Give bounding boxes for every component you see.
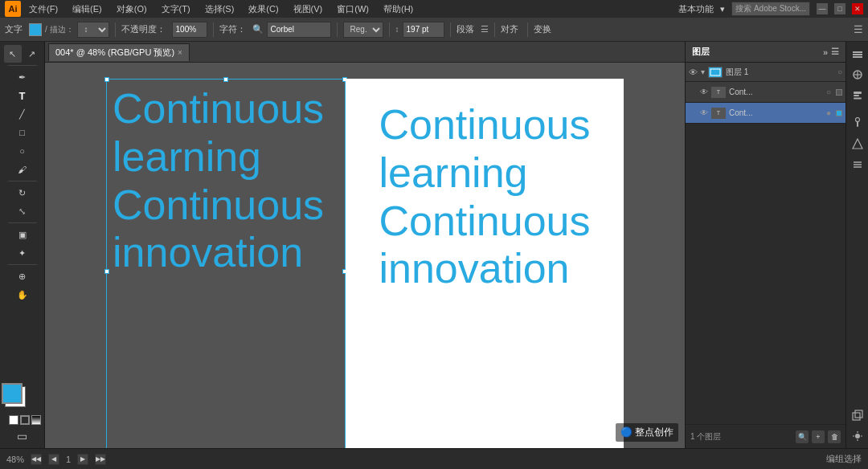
layer1-visibility-icon[interactable]: 👁 (689, 67, 698, 77)
layer2-visibility-icon[interactable]: 👁 (700, 88, 708, 96)
separator7 (527, 22, 528, 37)
panel-toggle-icon[interactable]: ☰ (854, 23, 863, 35)
hand-tool[interactable]: ✋ (4, 286, 41, 304)
font-name-input[interactable] (267, 22, 331, 38)
layer3-name: Cont... (729, 108, 823, 117)
text-tool[interactable]: T (4, 87, 41, 104)
panel-menu-icon[interactable]: ☰ (831, 47, 839, 57)
next-button[interactable]: ▶ (77, 454, 88, 465)
dropdown-arrow-icon[interactable]: ▾ (720, 4, 725, 14)
brush-tool[interactable]: 🖌 (4, 161, 41, 178)
svg-rect-2 (853, 54, 862, 55)
default-colors-icon[interactable] (20, 415, 30, 425)
delete-layer-icon[interactable]: 🗑 (828, 430, 841, 443)
rect-tool[interactable]: □ (4, 124, 41, 141)
menu-file[interactable]: 文件(F) (26, 2, 61, 17)
align-mini-icon[interactable] (849, 156, 866, 173)
right-text-content: Continuous learning Continuous innovatio… (362, 95, 606, 300)
ellipse-tool[interactable]: ○ (4, 142, 41, 160)
none-color-icon[interactable] (31, 415, 41, 425)
direct-select-tool[interactable]: ↗ (23, 45, 41, 63)
document-tab[interactable]: 004* @ 48% (RGB/GPU 预览) × (48, 43, 190, 61)
brightness-mini-icon[interactable] (849, 427, 866, 445)
tab-close-button[interactable]: × (178, 48, 182, 57)
new-layer-icon[interactable]: + (812, 430, 825, 443)
layer2-row[interactable]: 👁 T Cont... ○ (686, 82, 845, 103)
panel-empty-area (686, 124, 845, 424)
options-toolbar: 文字 / 描边： ↕ 不透明度： 字符： 🔍 Reg... ↕ 段落 ☰ 对齐 … (0, 18, 868, 42)
select-tool[interactable]: ↖ (4, 45, 22, 63)
menu-view[interactable]: 视图(V) (290, 2, 326, 17)
layer1-thumb (708, 67, 723, 78)
panel-header: 图层 » ☰ (686, 42, 845, 63)
layer1-header-row[interactable]: 👁 ▾ 图层 1 ○ (686, 63, 845, 82)
right-mini-panel (845, 42, 868, 448)
menu-effect[interactable]: 效果(C) (245, 2, 281, 17)
layer3-options[interactable]: ● (826, 108, 831, 117)
font-style-dropdown[interactable]: Reg... (343, 22, 383, 38)
symbol-mini-icon[interactable] (849, 135, 866, 153)
scale-tool[interactable]: ⤡ (4, 202, 41, 220)
menu-help[interactable]: 帮助(H) (380, 2, 416, 17)
color-swatch[interactable] (29, 23, 42, 36)
layer1-expand-icon[interactable]: ▾ (701, 67, 705, 76)
svg-rect-1 (853, 51, 862, 53)
text-frame-left[interactable]: Continuous learning Continuous innovatio… (106, 79, 346, 448)
paragraph-label: 段落 (457, 23, 474, 35)
menu-object[interactable]: 对象(O) (113, 2, 150, 17)
change-screen-mode[interactable]: ▭ (4, 427, 41, 445)
svg-rect-17 (855, 410, 862, 418)
pen-tool[interactable]: ✒ (4, 68, 41, 86)
stroke-dropdown[interactable]: ↕ (77, 22, 109, 38)
tool-separator (8, 65, 37, 66)
menu-text[interactable]: 文字(T) (158, 2, 194, 17)
prev-button[interactable]: ◀ (48, 454, 59, 465)
layer1-name: 图层 1 (726, 67, 834, 78)
pathfinder-mini-icon[interactable] (849, 406, 866, 424)
separator5 (450, 22, 451, 37)
close-button[interactable]: ✕ (852, 3, 863, 14)
layers-mini-icon[interactable] (849, 45, 866, 63)
layers-count-label: 1 个图层 (690, 431, 721, 442)
panel-expand-icon[interactable]: » (823, 47, 828, 57)
tool-separator2 (8, 181, 37, 181)
stroke-icon: / 描边： (45, 24, 74, 35)
menu-edit[interactable]: 编辑(E) (69, 2, 105, 17)
panel-footer: 1 个图层 🔍 + 🗑 (686, 424, 845, 448)
svg-rect-3 (853, 56, 862, 58)
gradient-tool[interactable]: ▣ (4, 226, 41, 243)
layers-panel: 图层 » ☰ 👁 ▾ 图层 1 ○ 👁 T Cont... (685, 42, 845, 448)
search-stock-input[interactable]: 搜索 Adobe Stock... (731, 2, 810, 16)
menu-items: 文件(F) 编辑(E) 对象(O) 文字(T) 选择(S) 效果(C) 视图(V… (26, 2, 416, 17)
svg-rect-11 (857, 121, 858, 127)
brush-mini-icon[interactable] (849, 114, 866, 132)
svg-point-18 (855, 434, 860, 438)
layer3-visibility-icon[interactable]: 👁 (700, 108, 708, 117)
swap-colors-icon[interactable] (9, 415, 18, 425)
layer1-options[interactable]: ○ (837, 67, 842, 76)
eyedropper-tool[interactable]: ✦ (4, 244, 41, 262)
restore-button[interactable]: □ (834, 3, 845, 14)
left-line4: innovation (113, 229, 339, 277)
edit-mode-label: 编组选择 (826, 453, 862, 465)
rotate-tool[interactable]: ↻ (4, 184, 41, 202)
line-tool[interactable]: ╱ (4, 105, 41, 123)
menu-select[interactable]: 选择(S) (202, 2, 238, 17)
search-layers-icon[interactable]: 🔍 (796, 430, 809, 443)
left-line3: Continuous (113, 181, 339, 230)
next-page-button[interactable]: ▶▶ (95, 454, 106, 465)
libraries-mini-icon[interactable] (849, 66, 866, 84)
properties-mini-icon[interactable] (849, 87, 866, 104)
zoom-tool[interactable]: ⊕ (4, 267, 41, 285)
status-bar-left: 48% ◀◀ ◀ 1 ▶ ▶▶ (6, 454, 106, 465)
prev-page-button[interactable]: ◀◀ (31, 454, 42, 465)
font-size-input[interactable] (403, 22, 444, 38)
font-size-icon: ↕ (395, 25, 399, 34)
foreground-color-box[interactable] (2, 383, 23, 404)
canvas-wrapper[interactable]: Continuous learning Continuous innovatio… (45, 63, 685, 448)
layer2-options[interactable]: ○ (826, 88, 831, 96)
layer3-row[interactable]: 👁 T Cont... ● (686, 103, 845, 124)
opacity-input[interactable] (172, 22, 207, 38)
minimize-button[interactable]: — (817, 3, 828, 14)
menu-window[interactable]: 窗口(W) (334, 2, 372, 17)
